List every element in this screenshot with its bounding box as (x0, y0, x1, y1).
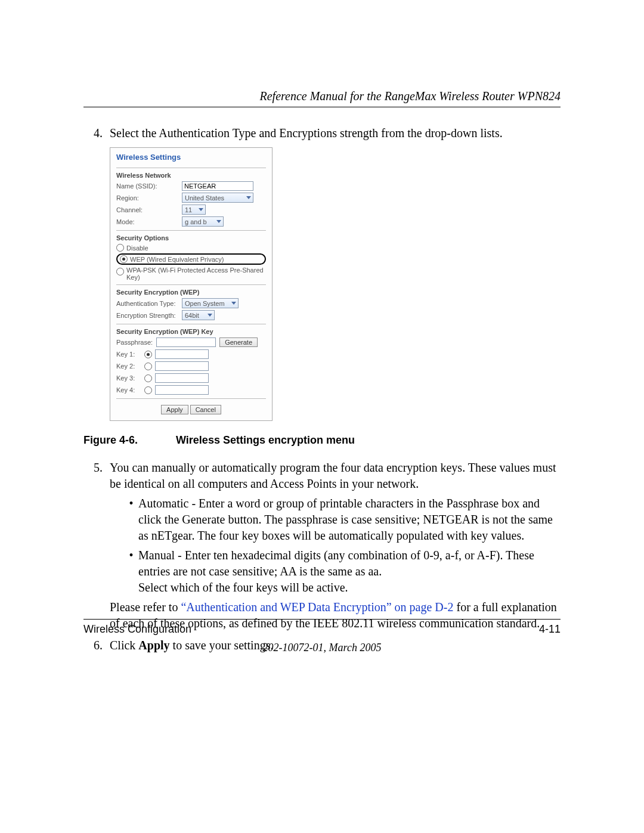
channel-label: Channel: (116, 206, 182, 213)
auth-type-label: Authentication Type: (116, 300, 182, 307)
divider (116, 284, 266, 285)
figure-label: Figure 4-6. (83, 434, 173, 447)
key3-input[interactable] (155, 373, 209, 383)
radio-wpa-label: WPA-PSK (Wi-Fi Protected Access Pre-Shar… (126, 267, 266, 281)
passphrase-input[interactable] (156, 337, 216, 347)
mode-value: g and b (185, 218, 207, 225)
security-encryption-heading: Security Encryption (WEP) (116, 289, 266, 296)
bullet-manual-line2: Select which of the four keys will be ac… (138, 580, 561, 596)
divider (116, 398, 266, 399)
region-value: United States (185, 194, 224, 202)
panel-title: Wireless Settings (116, 153, 266, 162)
region-label: Region: (116, 194, 182, 202)
radio-key4[interactable] (144, 386, 152, 394)
auth-type-value: Open System (185, 300, 225, 307)
bullet-dot-icon: • (124, 496, 138, 544)
key4-input[interactable] (155, 385, 209, 395)
mode-select[interactable]: g and b (182, 216, 224, 227)
bullet-manual-line1: Manual - Enter ten hexadecimal digits (a… (138, 547, 561, 580)
security-options-heading: Security Options (116, 234, 266, 241)
wep-reference-link[interactable]: “Authentication and WEP Data Encryption”… (181, 600, 453, 614)
figure-caption-text: Wireless Settings encryption menu (176, 434, 355, 446)
radio-wpa[interactable] (116, 268, 124, 275)
key4-label: Key 4: (116, 386, 141, 394)
footer-page-number: 4-11 (539, 623, 561, 636)
generate-button[interactable]: Generate (219, 337, 258, 347)
divider (116, 168, 266, 168)
divider (116, 230, 266, 231)
radio-key2[interactable] (144, 363, 152, 370)
ref-pre: Please refer to (110, 600, 181, 614)
mode-label: Mode: (116, 218, 182, 225)
enc-strength-select[interactable]: 64bit (182, 310, 215, 320)
header-rule (83, 107, 561, 107)
bullet-automatic: Automatic - Enter a word or group of pri… (138, 496, 561, 544)
enc-strength-label: Encryption Strength: (116, 312, 182, 319)
ssid-label: Name (SSID): (116, 182, 182, 190)
divider (116, 324, 266, 324)
radio-disable[interactable] (116, 244, 124, 252)
step-5-number: 5. (83, 460, 110, 635)
step-5-text: You can manually or automatically progra… (110, 460, 561, 492)
page-header-title: Reference Manual for the RangeMax Wirele… (83, 89, 561, 103)
radio-key3[interactable] (144, 374, 152, 382)
passphrase-label: Passphrase: (116, 339, 153, 346)
radio-wep-label: WEP (Wired Equivalent Privacy) (130, 256, 224, 263)
wireless-settings-panel: Wireless Settings Wireless Network Name … (110, 147, 273, 421)
bullet-dot-icon: • (124, 547, 138, 596)
step-4-number: 4. (83, 125, 110, 141)
cancel-button[interactable]: Cancel (190, 405, 221, 414)
channel-value: 11 (185, 206, 192, 213)
radio-key1[interactable] (144, 351, 152, 358)
wep-key-heading: Security Encryption (WEP) Key (116, 328, 266, 335)
channel-select[interactable]: 11 (182, 205, 206, 215)
wireless-network-heading: Wireless Network (116, 172, 266, 179)
ssid-input[interactable] (182, 181, 253, 191)
auth-type-select[interactable]: Open System (182, 298, 239, 308)
footer-rule (83, 619, 561, 620)
key1-input[interactable] (155, 349, 209, 359)
radio-disable-label: Disable (126, 244, 148, 252)
step-4-text: Select the Authentication Type and Encry… (110, 125, 561, 141)
apply-button[interactable]: Apply (161, 405, 188, 414)
highlighted-wep-option: WEP (Wired Equivalent Privacy) (116, 253, 266, 265)
enc-strength-value: 64bit (185, 312, 199, 319)
key2-label: Key 2: (116, 363, 141, 370)
key2-input[interactable] (155, 361, 209, 371)
footer-doc-id: 202-10072-01, March 2005 (83, 642, 561, 654)
radio-wep[interactable] (120, 255, 128, 263)
region-select[interactable]: United States (182, 193, 253, 203)
footer-section-name: Wireless Configuration (83, 623, 191, 636)
key1-label: Key 1: (116, 351, 141, 358)
key3-label: Key 3: (116, 374, 141, 382)
